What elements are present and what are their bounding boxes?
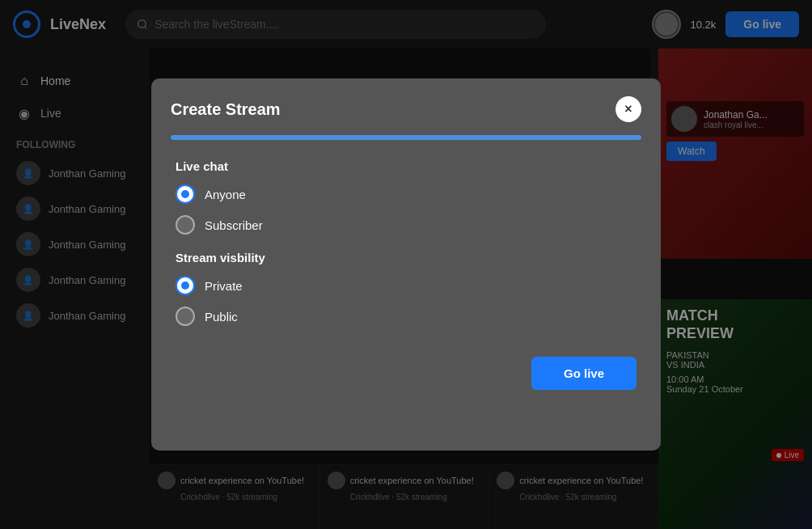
radio-private-circle xyxy=(176,276,195,295)
radio-private-dot xyxy=(181,281,189,290)
radio-subscriber-circle xyxy=(176,215,195,235)
go-live-modal-button[interactable]: Go live xyxy=(531,357,636,390)
modal-footer: Go live xyxy=(151,337,661,390)
radio-anyone-circle xyxy=(176,184,195,204)
modal-overlay: Create Stream × Live chat Anyone Subscri… xyxy=(0,0,812,529)
live-chat-section-title: Live chat xyxy=(176,159,636,173)
radio-public[interactable]: Public xyxy=(176,307,636,326)
close-button[interactable]: × xyxy=(615,96,641,122)
radio-public-circle xyxy=(176,307,195,326)
radio-anyone-dot xyxy=(181,190,189,198)
radio-subscriber[interactable]: Subscriber xyxy=(176,215,636,235)
radio-public-label: Public xyxy=(205,310,238,324)
radio-subscriber-label: Subscriber xyxy=(205,218,263,232)
radio-anyone[interactable]: Anyone xyxy=(176,184,636,204)
progress-bar xyxy=(171,135,641,140)
radio-private[interactable]: Private xyxy=(176,276,636,295)
modal-header: Create Stream × xyxy=(151,78,661,135)
modal-body: Live chat Anyone Subscriber Stream visbi… xyxy=(151,159,661,326)
radio-private-label: Private xyxy=(205,279,243,293)
modal-title: Create Stream xyxy=(171,100,281,119)
create-stream-modal: Create Stream × Live chat Anyone Subscri… xyxy=(151,78,661,451)
radio-anyone-label: Anyone xyxy=(205,188,246,201)
visibility-section-title: Stream visbility xyxy=(176,251,636,264)
